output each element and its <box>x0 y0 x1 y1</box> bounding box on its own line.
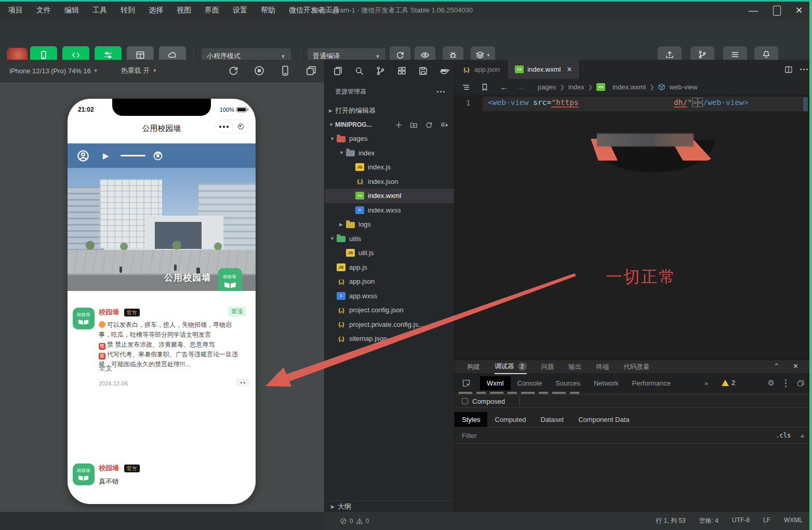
breadcrumb-item[interactable]: web-view <box>669 83 697 91</box>
collapse-icon[interactable]: ⌃ <box>774 362 779 370</box>
docker-icon[interactable] <box>440 66 449 76</box>
play-icon[interactable]: ▶ <box>103 151 109 161</box>
problems-indicator[interactable]: 0 0 <box>340 518 369 525</box>
tree-item-logs[interactable]: ▶logs <box>325 217 454 232</box>
menu-item-文件[interactable]: 文件 <box>36 6 51 15</box>
refresh-icon[interactable] <box>425 121 433 129</box>
undock-icon[interactable] <box>797 379 805 387</box>
status-eol[interactable]: LF <box>763 516 770 525</box>
capsule-button[interactable] <box>215 120 249 134</box>
tree-item-index.wxss[interactable]: ≡index.wxss <box>325 203 454 218</box>
more-tabs-icon[interactable]: » <box>704 379 708 387</box>
bookmark-icon[interactable] <box>481 83 489 91</box>
tree-item-index.wxml[interactable]: <>index.wxml <box>325 189 454 203</box>
outline-section[interactable]: ▶ 大纲 <box>325 500 454 512</box>
collapse-all-icon[interactable] <box>440 121 448 129</box>
add-style-icon[interactable]: + <box>800 431 805 440</box>
composed-checkbox[interactable] <box>462 398 468 404</box>
style-tab-Computed[interactable]: Computed <box>487 412 533 427</box>
menu-item-工具[interactable]: 工具 <box>92 6 107 15</box>
devtools-tab-Sources[interactable]: Sources <box>549 376 587 390</box>
filter-input[interactable]: Filter <box>462 432 477 440</box>
status-language-mode[interactable]: WXML <box>784 516 803 525</box>
devtools-tab-Console[interactable]: Console <box>511 376 549 390</box>
status-cursor-position[interactable]: 行 1, 列 53 <box>656 516 685 525</box>
new-folder-icon[interactable] <box>410 121 418 129</box>
inspect-element-icon[interactable] <box>462 379 471 388</box>
menu-item-设置[interactable]: 设置 <box>233 6 247 15</box>
close-icon[interactable]: ✕ <box>793 362 798 370</box>
breadcrumb-item[interactable]: pages <box>538 83 556 91</box>
minimize-button[interactable]: — <box>747 4 760 17</box>
open-editors-section[interactable]: ▶ 打开的编辑器 <box>325 104 454 117</box>
post-more-button[interactable] <box>236 378 249 387</box>
new-file-icon[interactable] <box>395 121 403 129</box>
search-icon[interactable] <box>354 66 364 76</box>
device-selector[interactable]: iPhone 12/13 (Pro) 74% 16 <box>9 67 91 75</box>
close-tab-icon[interactable]: ✕ <box>566 65 572 73</box>
tree-item-pages[interactable]: ▼pages <box>325 131 454 146</box>
files-icon[interactable] <box>333 66 343 76</box>
gear-icon[interactable]: ⚙ <box>768 378 775 388</box>
back-arrow-icon[interactable]: ← <box>500 83 508 91</box>
record-stop-icon[interactable] <box>254 65 265 76</box>
debugger-tab-输出[interactable]: 输出 <box>569 360 582 374</box>
full-text-link[interactable]: 全文 <box>99 364 112 373</box>
style-tab-Styles[interactable]: Styles <box>455 412 487 427</box>
close-miniprogram-icon[interactable] <box>233 124 249 129</box>
warning-counter[interactable]: 2 <box>722 379 735 387</box>
devtools-tab-Wxml[interactable]: Wxml <box>480 376 511 390</box>
target-icon[interactable] <box>153 151 163 161</box>
debugger-tab-代码质量[interactable]: 代码质量 <box>624 360 650 374</box>
tree-item-app.wxss[interactable]: ≡app.wxss <box>325 289 454 303</box>
tree-item-app.js[interactable]: JSapp.js <box>325 260 454 275</box>
devtools-tab-Network[interactable]: Network <box>587 376 625 390</box>
kebab-menu-icon[interactable] <box>785 382 787 384</box>
tree-item-index.json[interactable]: {..}index.json <box>325 175 454 189</box>
tab-index.wxml[interactable]: <>index.wxml✕ <box>508 60 580 79</box>
tree-item-utils[interactable]: ▼utils <box>325 232 454 246</box>
menu-item-项目[interactable]: 项目 <box>8 6 23 15</box>
menu-item-帮助[interactable]: 帮助 <box>261 6 275 15</box>
post-author-name[interactable]: 校园墙 <box>99 308 119 316</box>
cls-button[interactable]: .cls <box>776 432 791 439</box>
save-icon[interactable] <box>418 66 428 76</box>
menu-item-视图[interactable]: 视图 <box>177 6 191 15</box>
more-icon[interactable] <box>440 91 442 92</box>
menu-item-选择[interactable]: 选择 <box>149 6 163 15</box>
more-icon[interactable] <box>803 69 805 70</box>
status-indentation[interactable]: 空格: 4 <box>699 516 718 525</box>
user-circle-icon[interactable] <box>77 150 89 162</box>
rotate-icon[interactable] <box>228 65 239 76</box>
debugger-tab-终端[interactable]: 终端 <box>596 360 609 374</box>
tree-item-util.js[interactable]: JSutil.js <box>325 246 454 260</box>
tab-app.json[interactable]: {..}app.json <box>455 60 508 79</box>
menu-item-界面[interactable]: 界面 <box>205 6 219 15</box>
tree-item-index[interactable]: ▼index <box>325 146 454 161</box>
extensions-icon[interactable] <box>397 66 407 76</box>
devtools-tab-Performance[interactable]: Performance <box>625 376 677 390</box>
maximize-button[interactable] <box>770 4 783 17</box>
breadcrumb-item[interactable]: index.wxml <box>613 83 646 91</box>
status-encoding[interactable]: UTF-8 <box>732 516 750 525</box>
tree-item-index.js[interactable]: JSindex.js <box>325 160 454 175</box>
more-menu-icon[interactable] <box>216 126 232 128</box>
source-control-icon[interactable] <box>376 66 385 76</box>
tree-item-sitemap.json[interactable]: {..}sitemap.json <box>325 332 454 346</box>
phone-icon[interactable] <box>279 65 291 76</box>
outline-icon[interactable] <box>462 83 470 91</box>
tree-item-project.private.config.js...[interactable]: {..}project.private.config.js... <box>325 317 454 332</box>
forward-arrow-icon[interactable]: → <box>516 83 524 91</box>
style-tab-Component Data[interactable]: Component Data <box>571 412 636 427</box>
progress-line[interactable] <box>121 155 145 156</box>
close-button[interactable]: ✕ <box>792 4 806 17</box>
post-author-avatar[interactable]: 校园墙 <box>73 308 95 329</box>
tree-item-app.json[interactable]: {..}app.json <box>325 274 454 289</box>
debugger-tab-调试器[interactable]: 调试器2 <box>495 360 527 374</box>
project-section[interactable]: ▼ MINIPROG... <box>325 118 454 131</box>
menu-item-转到[interactable]: 转到 <box>121 6 135 15</box>
debugger-tab-构建[interactable]: 构建 <box>467 360 480 374</box>
hot-reload-toggle[interactable]: 热重载 开 <box>121 66 150 75</box>
debugger-tab-问题[interactable]: 问题 <box>541 360 554 374</box>
breadcrumb-item[interactable]: index <box>568 83 584 91</box>
